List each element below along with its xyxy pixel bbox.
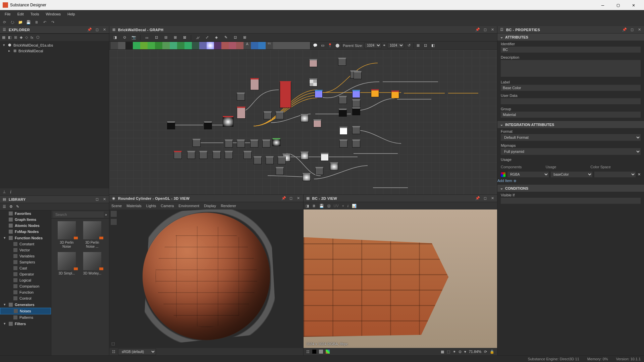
tool-icon[interactable]: ⊡ <box>231 34 239 41</box>
library-category[interactable]: Samplers <box>0 259 51 265</box>
tool-icon[interactable]: ⌭ <box>194 34 201 41</box>
size-select-2[interactable]: 1024 <box>387 43 404 48</box>
library-category[interactable]: Comparison <box>0 283 51 289</box>
pin-icon[interactable]: 📌 <box>475 196 480 201</box>
tool-icon[interactable]: ✎ <box>222 34 229 41</box>
chevron-down-icon[interactable]: ▾ <box>342 204 344 208</box>
menu-camera[interactable]: Camera <box>161 204 174 208</box>
close-panel-icon[interactable]: ✕ <box>102 197 107 202</box>
tree-row-graph[interactable]: ▸ ⊞ BrickWallDecal <box>0 48 109 54</box>
tool-icon[interactable]: ⊞ <box>14 35 17 40</box>
menu-tools[interactable]: Tools <box>27 11 43 17</box>
mipmaps-select[interactable]: Full pyramid <box>501 148 641 155</box>
library-item[interactable]: 3D Perlin Noise <box>55 221 78 249</box>
pin-icon[interactable]: 📍 <box>326 42 334 49</box>
info-i-icon[interactable]: i <box>347 204 348 208</box>
tree-row-root[interactable]: ▾ ⬢ BrickWallDecal_01a.sbs <box>0 42 109 48</box>
library-category[interactable]: Favorites <box>0 210 51 217</box>
chevron-right-icon[interactable]: ▸ <box>7 49 11 53</box>
close-panel-icon[interactable]: ✕ <box>296 196 301 201</box>
tool-icon[interactable]: ▦ <box>2 35 5 40</box>
library-category[interactable]: ▾Filters <box>0 320 51 327</box>
library-category[interactable]: Constant <box>0 241 51 247</box>
tool-icon[interactable]: ⊞ <box>241 34 248 41</box>
add-item-button[interactable]: Add Item <box>497 179 644 183</box>
tool-icon[interactable]: ◨ <box>111 34 119 41</box>
description-field[interactable] <box>501 60 641 77</box>
chevron-down-icon[interactable]: ▾ <box>2 43 6 47</box>
layers-icon[interactable]: ☷ <box>112 350 115 354</box>
menu-file[interactable]: File <box>1 11 14 17</box>
library-category[interactable]: Cast <box>0 265 51 271</box>
pin-icon[interactable]: 📌 <box>87 27 92 33</box>
library-category[interactable]: ▾Generators <box>0 301 51 308</box>
tool-icon[interactable]: ⬡ <box>36 35 40 40</box>
graph-canvas[interactable] <box>109 50 497 194</box>
light-toggle-icon[interactable] <box>111 219 117 225</box>
histogram-icon[interactable]: 📊 <box>352 204 357 208</box>
library-category[interactable]: Noises <box>0 308 51 314</box>
tool-icon[interactable]: ⊞ <box>415 42 422 49</box>
library-item[interactable]: 3D Perlin Noise ... <box>81 221 104 249</box>
menu-materials[interactable]: Materials <box>126 204 142 208</box>
saveall-icon[interactable]: 🗎 <box>34 19 40 25</box>
library-category[interactable]: Atomic Nodes <box>0 223 51 229</box>
close-panel-icon[interactable]: ✕ <box>102 27 107 33</box>
section-conditions[interactable]: ⌄CONDITIONS <box>497 185 644 192</box>
pin-icon[interactable]: 📌 <box>622 27 627 33</box>
menu-lights[interactable]: Lights <box>146 204 156 208</box>
info-i-icon[interactable]: i <box>10 189 11 195</box>
camera-toggle-icon[interactable] <box>111 211 117 217</box>
tool-icon[interactable]: ◆ <box>20 35 22 40</box>
library-category[interactable]: Variables <box>0 253 51 259</box>
edit-icon[interactable]: ✎ <box>16 204 19 209</box>
library-category[interactable]: Patterns <box>0 314 51 320</box>
reset-zoom-icon[interactable]: ⟳ <box>484 350 487 354</box>
tool-icon[interactable]: fx <box>31 36 34 40</box>
library-category[interactable]: Vector <box>0 247 51 253</box>
popout-icon[interactable]: ◻ <box>288 196 294 201</box>
gear-icon[interactable]: ⚙ <box>9 204 13 209</box>
save-icon[interactable]: 💾 <box>25 19 32 25</box>
tool-icon[interactable]: ⬚ <box>447 350 450 354</box>
tool-icon[interactable]: 🗎 <box>312 204 316 208</box>
tool-icon[interactable]: ◨ <box>306 204 309 208</box>
frame-icon[interactable]: ▭ <box>319 42 326 49</box>
group-field[interactable] <box>501 112 641 118</box>
userdata-field[interactable] <box>501 98 641 104</box>
tool-icon[interactable]: ✶ <box>453 350 456 354</box>
pin-icon[interactable]: 📌 <box>475 27 480 33</box>
minimize-button[interactable]: — <box>595 0 610 10</box>
components-select[interactable]: RGBA <box>507 172 549 177</box>
menu-help[interactable]: Help <box>64 11 78 17</box>
chevron-down-icon[interactable]: ▾ <box>464 350 466 354</box>
tool-icon[interactable]: ⚏ <box>143 34 151 41</box>
pin-icon[interactable]: 📌 <box>281 196 286 201</box>
close-panel-icon[interactable]: ✕ <box>637 27 642 33</box>
filter-icon[interactable]: ☰ <box>3 204 6 209</box>
search-more-icon[interactable]: » <box>105 213 107 217</box>
tool-icon[interactable]: ◧ <box>429 42 437 49</box>
portal-icon[interactable]: ⬤ <box>334 42 341 49</box>
undo-icon[interactable]: ↶ <box>42 19 48 25</box>
reset-icon[interactable]: ↺ <box>406 42 413 49</box>
comment-icon[interactable]: 💬 <box>312 42 319 49</box>
tool-icon[interactable]: ◈ <box>213 34 220 41</box>
menu-renderer[interactable]: Renderer <box>221 204 236 208</box>
menu-windows[interactable]: Windows <box>42 11 64 17</box>
popout-icon[interactable]: ◻ <box>482 196 488 201</box>
refresh-icon[interactable]: ⭮ <box>9 19 15 25</box>
visibleif-field[interactable] <box>501 198 641 204</box>
lock-icon[interactable]: 🔒 <box>490 350 494 354</box>
view3d-canvas[interactable]: ⬚ <box>109 209 303 348</box>
section-attributes[interactable]: ⌄ATTRIBUTES <box>497 34 644 41</box>
section-integration[interactable]: ⌄INTEGRATION ATTRIBUTES <box>497 121 644 128</box>
tool-icon[interactable]: ⊡ <box>327 204 330 208</box>
library-item[interactable]: 3D Simpl... <box>55 252 78 276</box>
bg-gray-icon[interactable] <box>319 350 323 354</box>
popout-icon[interactable]: ◻ <box>482 27 488 33</box>
colorspace-select[interactable] <box>594 172 636 177</box>
library-category[interactable]: Function <box>0 289 51 295</box>
library-category[interactable]: Operator <box>0 271 51 277</box>
size-select-1[interactable]: 1024 <box>364 43 381 48</box>
